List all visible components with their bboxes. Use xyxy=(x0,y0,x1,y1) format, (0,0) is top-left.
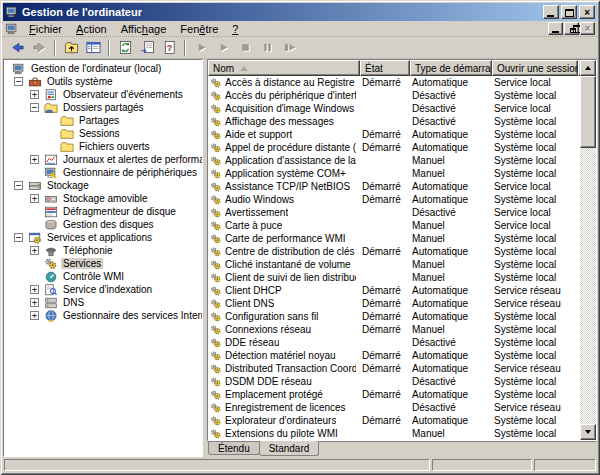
expand-icon[interactable]: + xyxy=(30,285,39,294)
tree-item-stockage[interactable]: −Stockage xyxy=(4,179,202,192)
service-row[interactable]: Accès à distance au RegistreDémarréAutom… xyxy=(208,76,580,89)
service-row[interactable]: Centre de distribution de clés Ke...Déma… xyxy=(208,245,580,258)
service-row[interactable]: Application d'assistance de la Co...Manu… xyxy=(208,154,580,167)
titlebar[interactable]: Gestion de l'ordinateur × xyxy=(3,3,597,21)
child-restore-button[interactable] xyxy=(564,22,579,35)
service-row[interactable]: Carte de performance WMIManuelSystème lo… xyxy=(208,232,580,245)
tree-item-gestion-des-disques[interactable]: Gestion des disques xyxy=(4,218,202,231)
column-header-tat[interactable]: État xyxy=(360,60,410,76)
service-row[interactable]: Explorateur d'ordinateursDémarréAutomati… xyxy=(208,414,580,427)
tree-item-gestion-de-l-ordinateur-local[interactable]: Gestion de l'ordinateur (local) xyxy=(4,62,202,75)
column-header-type-de-d-marrage[interactable]: Type de démarrage xyxy=(410,60,492,76)
help-icon: ? xyxy=(162,40,177,55)
back-button[interactable] xyxy=(6,38,28,58)
tree-item-gestionnaire-de-p-riph-riques[interactable]: Gestionnaire de périphériques xyxy=(4,166,202,179)
service-row[interactable]: Assistance TCP/IP NetBIOSDémarréAutomati… xyxy=(208,180,580,193)
service-row[interactable]: Extensions du pilote WMIManuelSystème lo… xyxy=(208,427,580,440)
service-session-cell: Système local xyxy=(492,427,578,440)
tree-item-fichiers-ouverts[interactable]: Fichiers ouverts xyxy=(4,140,202,153)
tree-item-service-d-indexation[interactable]: +Service d'indexation xyxy=(4,283,202,296)
service-row[interactable]: Appel de procédure distante (RPC)Démarré… xyxy=(208,141,580,154)
service-row[interactable]: Aide et supportDémarréAutomatiqueSystème… xyxy=(208,128,580,141)
service-session-cell: Système local xyxy=(492,375,578,388)
expand-icon[interactable]: + xyxy=(30,155,39,164)
column-header-nom[interactable]: Nom xyxy=(208,60,360,76)
service-gear-icon xyxy=(210,246,222,258)
tab-standard[interactable]: Standard xyxy=(259,441,320,456)
service-row[interactable]: Acquisition d'image Windows (WIA)Désacti… xyxy=(208,102,580,115)
service-session-cell: Service réseau xyxy=(492,284,578,297)
service-row[interactable]: Emplacement protégéDémarréAutomatiqueSys… xyxy=(208,388,580,401)
service-etat-cell xyxy=(360,427,410,440)
up-one-level-button[interactable] xyxy=(60,38,82,58)
expand-icon[interactable]: + xyxy=(30,298,39,307)
service-etat-cell xyxy=(360,115,410,128)
service-etat-cell xyxy=(360,375,410,388)
service-name-cell: Configuration sans fil xyxy=(208,310,360,323)
service-gear-icon xyxy=(210,311,222,323)
service-row[interactable]: Cliché instantané de volumeManuelSystème… xyxy=(208,258,580,271)
refresh-button[interactable] xyxy=(114,38,136,58)
tree-item-t-l-phonie[interactable]: +Téléphonie xyxy=(4,244,202,257)
service-row[interactable]: Carte à puceManuelService local xyxy=(208,219,580,232)
menu-fen-tre[interactable]: Fenêtre xyxy=(173,22,225,36)
service-gear-icon xyxy=(210,233,222,245)
expand-icon[interactable]: + xyxy=(30,246,39,255)
service-type-cell: Automatique xyxy=(410,193,492,206)
service-row[interactable]: Configuration sans filDémarréAutomatique… xyxy=(208,310,580,323)
service-row[interactable]: Accès du périphérique d'interfac...Désac… xyxy=(208,89,580,102)
maximize-button[interactable] xyxy=(561,5,577,19)
service-row[interactable]: Enregistrement de licencesDésactivéServi… xyxy=(208,401,580,414)
collapse-icon[interactable]: − xyxy=(30,103,39,112)
tree-item-contr-le-wmi[interactable]: Contrôle WMI xyxy=(4,270,202,283)
service-row[interactable]: Application système COM+ManuelSystème lo… xyxy=(208,167,580,180)
tree-item-dossiers-partag-s[interactable]: −Dossiers partagés xyxy=(4,101,202,114)
expand-icon[interactable]: + xyxy=(30,311,39,320)
service-row[interactable]: Détection matériel noyauDémarréAutomatiq… xyxy=(208,349,580,362)
collapse-icon[interactable]: − xyxy=(14,181,23,190)
column-header-ouvrir-une-session[interactable]: Ouvrir une session ... xyxy=(492,60,578,76)
menu-affichage[interactable]: Affichage xyxy=(114,22,174,36)
minimize-button[interactable] xyxy=(543,5,559,19)
tree-item-stockage-amovible[interactable]: +Stockage amovible xyxy=(4,192,202,205)
service-row[interactable]: DDE réseauDésactivéSystème local xyxy=(208,336,580,349)
collapse-icon[interactable]: − xyxy=(14,77,23,86)
service-row[interactable]: AvertissementDésactivéService local xyxy=(208,206,580,219)
menu-help[interactable]: ? xyxy=(225,22,245,36)
show-hide-console-tree-button[interactable] xyxy=(82,38,104,58)
service-row[interactable]: Client DNSDémarréAutomatiqueService rése… xyxy=(208,297,580,310)
tree-item-sessions[interactable]: Sessions xyxy=(4,127,202,140)
menu-fichier[interactable]: Fichier xyxy=(22,22,69,36)
tree-item-observateur-d-v-nements[interactable]: +Observateur d'événements xyxy=(4,88,202,101)
tree-item-label: Outils système xyxy=(45,76,115,87)
scroll-up-button[interactable] xyxy=(580,60,596,76)
service-row[interactable]: Distributed Transaction Coordina...Démar… xyxy=(208,362,580,375)
tree-item-services-et-applications[interactable]: −Services et applications xyxy=(4,231,202,244)
tree-item-services[interactable]: Services xyxy=(4,257,202,270)
service-row[interactable]: DSDM DDE réseauDésactivéSystème local xyxy=(208,375,580,388)
tree-item-d-fragmenteur-de-disque[interactable]: Défragmenteur de disque xyxy=(4,205,202,218)
menu-action[interactable]: Action xyxy=(69,22,114,36)
expand-icon[interactable]: + xyxy=(30,194,39,203)
tab-tendu[interactable]: Étendu xyxy=(208,442,260,455)
service-row[interactable]: Audio WindowsDémarréAutomatiqueSystème l… xyxy=(208,193,580,206)
help-button[interactable]: ? xyxy=(158,38,180,58)
tree-item-partages[interactable]: Partages xyxy=(4,114,202,127)
scrollbar-thumb[interactable] xyxy=(580,76,596,148)
expand-icon[interactable]: + xyxy=(30,90,39,99)
tree-item-journaux-et-alertes-de-performance[interactable]: +Journaux et alertes de performance xyxy=(4,153,202,166)
tree-item-gestionnaire-des-services-internet-iis[interactable]: +Gestionnaire des services Internet (IIS… xyxy=(4,309,202,322)
service-row[interactable]: Affichage des messagesDésactivéSystème l… xyxy=(208,115,580,128)
service-row[interactable]: Client DHCPDémarréAutomatiqueService rés… xyxy=(208,284,580,297)
close-button[interactable]: × xyxy=(579,5,595,19)
tree-item-outils-syst-me[interactable]: −Outils système xyxy=(4,75,202,88)
service-etat-cell: Démarré xyxy=(360,193,410,206)
service-row[interactable]: Client de suivi de lien distribuéManuelS… xyxy=(208,271,580,284)
vertical-scrollbar[interactable] xyxy=(580,60,596,440)
tree-item-dns[interactable]: +DNS xyxy=(4,296,202,309)
service-row[interactable]: Connexions réseauDémarréManuelSystème lo… xyxy=(208,323,580,336)
collapse-icon[interactable]: − xyxy=(14,233,23,242)
child-minimize-button[interactable] xyxy=(548,22,563,35)
export-list-button[interactable] xyxy=(136,38,158,58)
scroll-down-button[interactable] xyxy=(580,424,596,440)
